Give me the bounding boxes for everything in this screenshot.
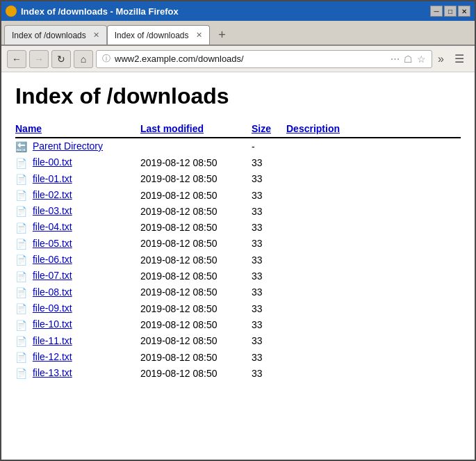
file-link[interactable]: file-01.txt: [33, 173, 72, 184]
bookmark-icon: ☆: [417, 54, 426, 65]
file-description: [286, 349, 461, 365]
file-link[interactable]: file-12.txt: [33, 351, 72, 362]
parent-dir-modified: [140, 138, 252, 154]
home-button[interactable]: ⌂: [74, 50, 93, 68]
file-link[interactable]: file-04.txt: [33, 221, 72, 232]
parent-directory-row: 🔙 Parent Directory -: [15, 138, 461, 154]
file-name-cell: 📄 file-03.txt: [15, 203, 140, 219]
file-icon: 📄: [15, 368, 27, 379]
file-name-cell: 📄 file-07.txt: [15, 268, 140, 284]
maximize-button[interactable]: □: [444, 6, 457, 17]
security-icon: ⓘ: [102, 53, 110, 65]
file-icon: 📄: [15, 238, 27, 250]
file-size: 33: [252, 171, 286, 187]
file-description: [286, 187, 461, 203]
sort-by-modified-link[interactable]: Last modified: [140, 123, 204, 134]
file-name-cell: 📄 file-04.txt: [15, 219, 140, 235]
sort-by-size-link[interactable]: Size: [252, 123, 271, 134]
sort-by-description-link[interactable]: Description: [286, 123, 340, 134]
file-size: 33: [252, 187, 286, 203]
table-row: 📄 file-04.txt 2019-08-12 08:50 33: [15, 219, 461, 235]
file-link[interactable]: file-09.txt: [33, 302, 72, 314]
table-row: 📄 file-01.txt 2019-08-12 08:50 33: [15, 171, 461, 187]
parent-dir-description: [286, 138, 461, 154]
file-icon: 📄: [15, 271, 27, 282]
file-name-cell: 📄 file-05.txt: [15, 236, 140, 252]
window-controls: ─ □ ✕: [430, 6, 470, 17]
file-description: [286, 333, 461, 349]
forward-button[interactable]: →: [29, 50, 49, 68]
file-name-cell: 📄 file-02.txt: [15, 187, 140, 203]
table-row: 📄 file-12.txt 2019-08-12 08:50 33: [15, 349, 461, 365]
file-modified: 2019-08-12 08:50: [140, 154, 252, 170]
file-name-cell: 📄 file-08.txt: [15, 284, 140, 300]
file-link[interactable]: file-02.txt: [33, 189, 72, 200]
table-row: 📄 file-13.txt 2019-08-12 08:50 33: [15, 365, 461, 381]
file-description: [286, 171, 461, 187]
close-button[interactable]: ✕: [458, 6, 470, 17]
minimize-button[interactable]: ─: [430, 6, 443, 17]
nav-extra-buttons: » ☰: [435, 50, 469, 68]
url-text: www2.example.com/downloads/: [115, 54, 386, 64]
firefox-icon: [6, 6, 17, 17]
file-link[interactable]: file-06.txt: [33, 254, 72, 265]
reload-button[interactable]: ↻: [51, 50, 71, 68]
table-row: 📄 file-02.txt 2019-08-12 08:50 33: [15, 187, 461, 203]
file-size: 33: [252, 284, 286, 300]
file-icon: 📄: [15, 336, 27, 347]
file-name-cell: 📄 file-10.txt: [15, 316, 140, 332]
overflow-icon: ···: [391, 53, 400, 65]
new-tab-button[interactable]: +: [213, 25, 232, 45]
file-link[interactable]: file-05.txt: [33, 238, 72, 249]
file-modified: 2019-08-12 08:50: [140, 284, 252, 300]
sort-by-name-link[interactable]: Name: [15, 123, 42, 134]
file-description: [286, 268, 461, 284]
parent-dir-cell: 🔙 Parent Directory: [15, 138, 140, 154]
file-description: [286, 154, 461, 170]
table-row: 📄 file-10.txt 2019-08-12 08:50 33: [15, 316, 461, 332]
file-size: 33: [252, 365, 286, 381]
file-size: 33: [252, 219, 286, 235]
file-size: 33: [252, 203, 286, 219]
file-link[interactable]: file-00.txt: [33, 156, 72, 168]
file-link[interactable]: file-03.txt: [33, 205, 72, 216]
file-modified: 2019-08-12 08:50: [140, 316, 252, 332]
tab-2-close[interactable]: ✕: [196, 31, 202, 40]
page-title: Index of /downloads: [15, 83, 461, 109]
table-row: 📄 file-11.txt 2019-08-12 08:50 33: [15, 333, 461, 349]
tab-1-close[interactable]: ✕: [93, 31, 99, 40]
window-title: Index of /downloads - Mozilla Firefox: [21, 6, 179, 17]
table-row: 📄 file-05.txt 2019-08-12 08:50 33: [15, 236, 461, 252]
file-icon: 📄: [15, 190, 27, 201]
address-bar[interactable]: ⓘ www2.example.com/downloads/ ··· ☖ ☆: [96, 50, 432, 68]
table-row: 📄 file-07.txt 2019-08-12 08:50 33: [15, 268, 461, 284]
file-link[interactable]: file-07.txt: [33, 270, 72, 281]
file-link[interactable]: file-08.txt: [33, 286, 72, 298]
tab-1[interactable]: Index of /downloads ✕: [4, 25, 107, 45]
back-button[interactable]: ←: [7, 50, 26, 68]
parent-dir-icon: 🔙: [15, 141, 27, 152]
header-size: Size: [252, 120, 286, 138]
file-link[interactable]: file-10.txt: [33, 318, 72, 330]
file-description: [286, 300, 461, 316]
file-description: [286, 316, 461, 332]
reader-icon: ☖: [404, 54, 413, 65]
file-link[interactable]: file-13.txt: [33, 367, 72, 378]
file-name-cell: 📄 file-00.txt: [15, 154, 140, 170]
file-size: 33: [252, 268, 286, 284]
chevron-right-icon[interactable]: »: [435, 51, 447, 67]
file-description: [286, 219, 461, 235]
file-link[interactable]: file-11.txt: [33, 335, 72, 346]
navigation-bar: ← → ↻ ⌂ ⓘ www2.example.com/downloads/ ··…: [1, 46, 475, 72]
tab-1-label: Index of /downloads: [12, 31, 86, 40]
file-description: [286, 236, 461, 252]
file-description: [286, 365, 461, 381]
file-modified: 2019-08-12 08:50: [140, 333, 252, 349]
tab-2[interactable]: Index of /downloads ✕: [107, 25, 210, 45]
file-icon: 📄: [15, 303, 27, 314]
hamburger-menu-icon[interactable]: ☰: [450, 50, 469, 68]
file-modified: 2019-08-12 08:50: [140, 219, 252, 235]
file-modified: 2019-08-12 08:50: [140, 203, 252, 219]
parent-directory-link[interactable]: Parent Directory: [33, 140, 103, 152]
file-modified: 2019-08-12 08:50: [140, 268, 252, 284]
